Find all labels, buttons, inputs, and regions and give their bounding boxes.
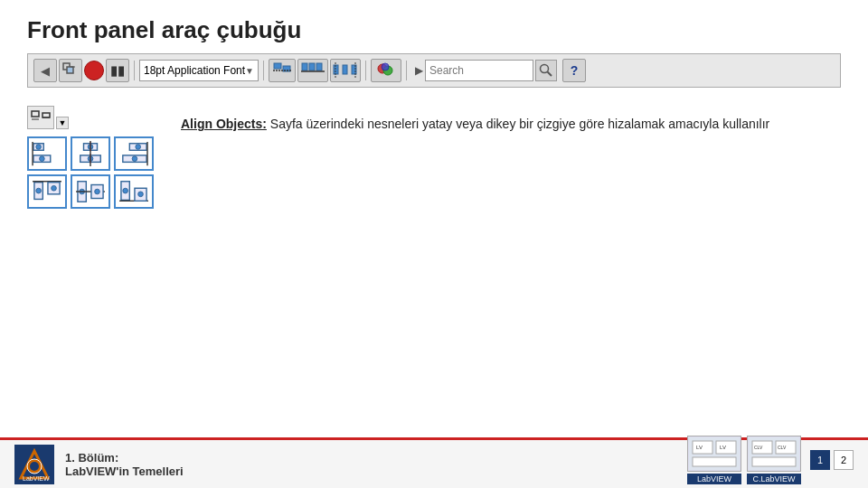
page-2-button[interactable]: 2 [834, 450, 854, 470]
separator4 [406, 61, 407, 80]
description-text: Align Objects: Sayfa üzerindeki nesneler… [181, 115, 841, 134]
svg-text:LV: LV [696, 445, 703, 450]
svg-point-25 [36, 145, 42, 150]
color-button[interactable] [371, 59, 401, 82]
separator3 [365, 61, 366, 80]
svg-rect-64 [693, 457, 736, 466]
font-selector[interactable]: 18pt Application Font ▼ [139, 60, 259, 81]
search-container: ▶ [415, 60, 557, 81]
thumb1-image: LV LV [687, 436, 741, 472]
bottom-line2: LabVIEW'in Temelleri [65, 465, 184, 478]
thumb2-image: CLV CLV [747, 436, 801, 472]
svg-point-59 [30, 462, 39, 471]
svg-point-39 [132, 156, 137, 162]
help-button[interactable]: ? [562, 59, 586, 82]
back-button[interactable]: ◀ [33, 59, 57, 82]
svg-text:CLV: CLV [754, 445, 763, 450]
svg-rect-1 [67, 67, 73, 73]
svg-point-50 [95, 189, 100, 194]
svg-text:LabVIEW: LabVIEW [23, 475, 50, 482]
svg-rect-11 [343, 65, 347, 74]
thumb2-label: C.LabVIEW [747, 474, 801, 484]
main-content: ▼ [0, 88, 868, 227]
bottom-bar: LabVIEW 1. Bölüm: LabVIEW'in Temelleri L… [0, 437, 868, 488]
align-dropdown-arrow[interactable]: ▼ [56, 117, 69, 129]
page-title: Front panel araç çubuğu [0, 0, 868, 53]
thumbnail-2[interactable]: CLV CLV C.LabVIEW [747, 436, 801, 484]
svg-line-19 [547, 72, 552, 77]
page-numbers: 1 2 [810, 450, 854, 470]
svg-text:CLV: CLV [778, 445, 787, 450]
description-area: Align Objects: Sayfa üzerindeki nesneler… [181, 106, 841, 209]
align-top-edges[interactable] [27, 174, 67, 209]
svg-rect-70 [752, 457, 796, 466]
align-panel-header: ▼ [27, 106, 154, 129]
bottom-text: 1. Bölüm: LabVIEW'in Temelleri [65, 451, 184, 478]
forward-button[interactable] [59, 59, 82, 82]
svg-text:LV: LV [720, 445, 726, 450]
svg-point-55 [138, 192, 144, 197]
svg-point-52 [123, 188, 128, 193]
align-panel: ▼ [27, 106, 154, 209]
svg-rect-8 [316, 63, 322, 70]
separator1 [134, 61, 135, 80]
svg-rect-3 [274, 63, 281, 69]
svg-point-17 [382, 63, 389, 70]
svg-rect-23 [42, 113, 50, 117]
search-button[interactable] [535, 60, 557, 81]
font-dropdown-arrow: ▼ [245, 66, 254, 76]
thumbnail-1[interactable]: LV LV LabVIEW [687, 436, 741, 484]
search-box[interactable] [425, 60, 533, 81]
search-arrow-icon: ▶ [415, 64, 423, 77]
description-term: Align Objects: [181, 117, 267, 131]
align-bottom-edges[interactable] [114, 174, 154, 209]
svg-rect-20 [32, 111, 39, 117]
stop-button[interactable] [84, 61, 104, 80]
align-header-icon [27, 106, 54, 129]
svg-point-18 [540, 65, 548, 73]
bottom-thumbnails: LV LV LabVIEW CLV CLV C.LabVIEW 1 [687, 436, 854, 484]
toolbar: ◀ ▮▮ 18pt Application Font ▼ [27, 53, 841, 88]
align-left-edges[interactable] [27, 136, 67, 171]
svg-point-45 [52, 185, 57, 191]
font-label: 18pt Application Font [144, 64, 245, 77]
align-centers-horizontal[interactable] [71, 136, 110, 171]
align-grid [27, 136, 154, 209]
svg-point-27 [40, 156, 45, 162]
svg-point-37 [136, 145, 141, 150]
svg-point-42 [36, 188, 42, 193]
align-centers-vertical[interactable] [71, 174, 110, 209]
labview-logo: LabVIEW [14, 445, 54, 484]
svg-rect-7 [309, 63, 315, 70]
svg-rect-6 [302, 63, 307, 70]
page-1-button[interactable]: 1 [810, 450, 830, 470]
thumb1-label: LabVIEW [687, 474, 741, 484]
description-body: Sayfa üzerindeki nesneleri yatay veya di… [270, 117, 769, 131]
distribute-button[interactable] [330, 59, 361, 82]
align-horizontal-button[interactable] [269, 59, 296, 82]
bottom-line1: 1. Bölüm: [65, 451, 184, 465]
align-right-edges[interactable] [114, 136, 154, 171]
align-vertical-button[interactable] [297, 59, 328, 82]
separator2 [263, 61, 264, 80]
pause-button[interactable]: ▮▮ [106, 59, 129, 82]
search-input[interactable] [429, 64, 520, 77]
